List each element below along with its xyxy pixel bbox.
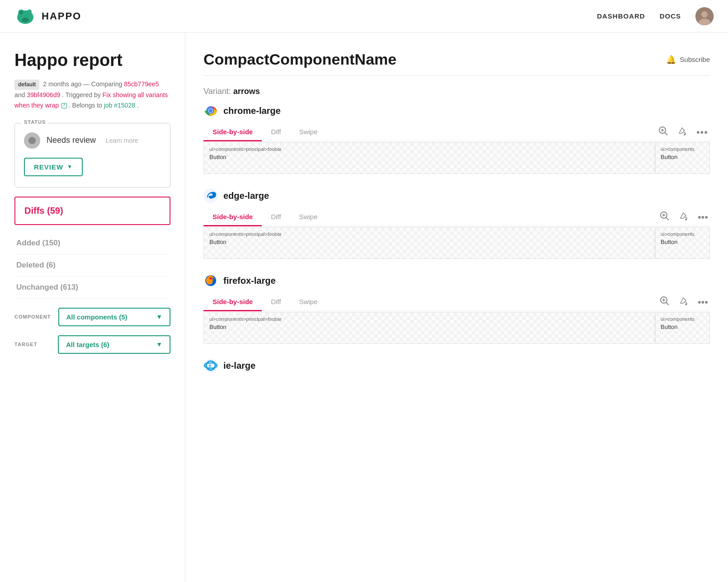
svg-line-19 <box>666 217 669 220</box>
chrome-preview-left: ui>components>principal>foobar Button <box>204 143 655 174</box>
svg-point-16 <box>684 134 685 135</box>
edge-zoom-in-button[interactable] <box>658 209 671 225</box>
component-filter-select[interactable]: All components (5) ▼ <box>58 308 171 326</box>
chrome-paint-button[interactable] <box>676 124 689 140</box>
firefox-right-btn: Button <box>661 324 704 330</box>
paint-bucket-icon <box>677 126 687 136</box>
review-button[interactable]: REVIEW ▼ <box>24 158 83 176</box>
branch-badge: default <box>14 80 39 90</box>
firefox-preview-left: ui>components>principal>foobar Button <box>204 313 655 343</box>
subscribe-button[interactable]: 🔔 Subscribe <box>666 55 710 65</box>
external-link-icon <box>61 103 67 108</box>
edge-tab-swipe[interactable]: Swipe <box>290 208 326 226</box>
edge-more-button[interactable]: ••• <box>696 210 710 225</box>
chrome-more-button[interactable]: ••• <box>695 125 710 140</box>
review-label: REVIEW <box>34 163 63 171</box>
svg-line-26 <box>666 302 669 305</box>
zoom-in-icon <box>660 211 670 221</box>
chrome-right-btn: Button <box>661 154 704 160</box>
chrome-tab-side-by-side[interactable]: Side-by-side <box>203 123 262 141</box>
firefox-more-button[interactable]: ••• <box>696 295 710 310</box>
browser-header-edge: edge-large <box>203 188 710 203</box>
meta-info: default 2 months ago — Comparing 85cb779… <box>14 79 170 110</box>
ie-icon: e <box>203 358 218 373</box>
variant-name: arrows <box>233 87 260 96</box>
nav-dashboard[interactable]: DASHBOARD <box>597 12 645 20</box>
logo-text: HAPPO <box>42 10 81 22</box>
firefox-tab-side-by-side[interactable]: Side-by-side <box>203 293 262 311</box>
diffs-label: Diffs (59) <box>24 206 63 216</box>
browser-header-ie: e ie-large <box>203 358 710 373</box>
added-section[interactable]: Added (150) <box>14 232 170 254</box>
edge-right-btn: Button <box>661 239 704 245</box>
target-filter-arrow-icon: ▼ <box>156 341 162 348</box>
diffs-section[interactable]: Diffs (59) <box>14 197 170 225</box>
job-link[interactable]: job #15028 <box>104 102 135 109</box>
deleted-section[interactable]: Deleted (6) <box>14 254 170 277</box>
chrome-tabs-row: Side-by-side Diff Swipe ••• <box>203 123 710 141</box>
edge-preview-left: ui>components>principal>foobar Button <box>204 228 655 258</box>
zoom-in-icon <box>658 126 668 136</box>
belongs-label: . Belongs to <box>69 102 102 109</box>
browser-header-firefox: firefox-large <box>203 273 710 288</box>
ie-browser-name: ie-large <box>223 361 255 371</box>
svg-point-6 <box>701 11 708 18</box>
firefox-tab-diff[interactable]: Diff <box>262 293 290 311</box>
svg-point-29 <box>685 304 686 305</box>
edge-tab-diff[interactable]: Diff <box>262 208 290 226</box>
chrome-tab-swipe[interactable]: Swipe <box>290 123 326 141</box>
edge-left-btn: Button <box>209 239 649 245</box>
nav-docs[interactable]: DOCS <box>660 12 681 20</box>
svg-point-2 <box>27 9 32 14</box>
edge-left-path: ui>components>principal>foobar <box>209 231 649 237</box>
edge-tabs-row: Side-by-side Diff Swipe ••• <box>203 208 710 226</box>
unchanged-label: Unchanged (613) <box>16 283 78 291</box>
chrome-tabs-actions: ••• <box>657 124 710 140</box>
header: HAPPO DASHBOARD DOCS <box>0 0 728 33</box>
component-filter-row: COMPONENT All components (5) ▼ <box>14 308 170 326</box>
target-filter-select[interactable]: All targets (6) ▼ <box>58 335 170 354</box>
status-row: Needs review Learn more <box>24 132 161 149</box>
firefox-preview-right: ui>components Button <box>655 313 709 343</box>
chrome-zoom-in-button[interactable] <box>657 124 670 140</box>
firefox-zoom-in-button[interactable] <box>658 294 671 310</box>
svg-point-3 <box>19 11 23 14</box>
hash1-link[interactable]: 85cb779ee5 <box>124 80 159 88</box>
edge-browser-name: edge-large <box>223 191 269 201</box>
chrome-tabs-left: Side-by-side Diff Swipe <box>203 123 326 141</box>
learn-more-link[interactable]: Learn more <box>106 137 138 144</box>
hash2-link[interactable]: 39bf4906d9 <box>27 91 60 99</box>
svg-text:e: e <box>209 363 212 368</box>
browser-header-chrome: chrome-large <box>203 103 710 118</box>
edge-preview: ui>components>principal>foobar Button ui… <box>203 227 710 259</box>
chrome-tab-diff[interactable]: Diff <box>262 123 290 141</box>
svg-line-13 <box>665 132 667 135</box>
firefox-left-path: ui>components>principal>foobar <box>209 316 649 322</box>
avatar-image <box>695 7 714 25</box>
firefox-tab-swipe[interactable]: Swipe <box>290 293 326 311</box>
unchanged-section[interactable]: Unchanged (613) <box>14 277 170 299</box>
firefox-browser-name: firefox-large <box>223 276 276 286</box>
firefox-icon <box>203 273 218 288</box>
variant-prefix: Variant: <box>203 87 231 96</box>
edge-tabs-left: Side-by-side Diff Swipe <box>203 208 326 226</box>
added-label: Added (150) <box>16 239 60 247</box>
browser-section-chrome: chrome-large Side-by-side Diff Swipe <box>203 103 710 174</box>
avatar[interactable] <box>695 7 714 25</box>
component-filter-label: COMPONENT <box>14 314 51 319</box>
more-dots-icon: ••• <box>696 127 708 138</box>
svg-point-11 <box>209 109 213 113</box>
firefox-paint-button[interactable] <box>677 294 690 310</box>
edge-paint-button[interactable] <box>677 209 690 225</box>
edge-tab-side-by-side[interactable]: Side-by-side <box>203 208 262 226</box>
edge-preview-right: ui>components Button <box>655 228 709 258</box>
target-filter-row: TARGET All targets (6) ▼ <box>14 335 170 354</box>
chrome-left-path: ui>components>principal>foobar <box>209 146 649 152</box>
more-dots-icon: ••• <box>698 296 708 308</box>
chrome-icon <box>203 103 218 118</box>
main-layout: Happo report default 2 months ago — Comp… <box>0 33 728 582</box>
status-text: Needs review <box>47 136 96 145</box>
triggered-label: . Triggered by <box>62 91 101 99</box>
component-filter-value: All components (5) <box>66 313 128 321</box>
more-dots-icon: ••• <box>698 211 708 223</box>
